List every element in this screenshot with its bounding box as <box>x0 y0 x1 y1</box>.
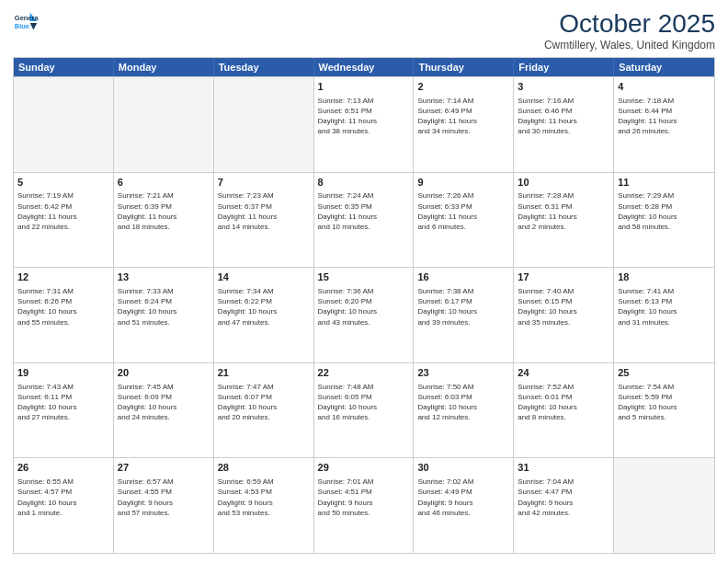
calendar-day-3: 3Sunrise: 7:16 AM Sunset: 6:46 PM Daylig… <box>514 77 614 172</box>
day-number: 15 <box>318 270 410 284</box>
day-number: 8 <box>318 176 410 190</box>
calendar-day-27: 27Sunrise: 6:57 AM Sunset: 4:55 PM Dayli… <box>114 458 214 553</box>
day-number: 2 <box>417 80 509 94</box>
calendar-header: SundayMondayTuesdayWednesdayThursdayFrid… <box>14 58 714 76</box>
day-number: 20 <box>118 366 210 380</box>
day-info: Sunrise: 7:52 AM Sunset: 6:01 PM Dayligh… <box>518 382 609 423</box>
calendar-week-5: 26Sunrise: 6:55 AM Sunset: 4:57 PM Dayli… <box>14 457 714 553</box>
calendar-day-13: 13Sunrise: 7:33 AM Sunset: 6:24 PM Dayli… <box>114 268 214 362</box>
day-info: Sunrise: 7:28 AM Sunset: 6:31 PM Dayligh… <box>518 190 609 232</box>
day-info: Sunrise: 7:45 AM Sunset: 6:09 PM Dayligh… <box>118 382 210 423</box>
day-info: Sunrise: 6:55 AM Sunset: 4:57 PM Dayligh… <box>17 477 109 518</box>
day-info: Sunrise: 6:59 AM Sunset: 4:53 PM Dayligh… <box>218 477 310 518</box>
calendar-day-2: 2Sunrise: 7:14 AM Sunset: 6:49 PM Daylig… <box>414 77 514 172</box>
day-number: 1 <box>318 80 410 94</box>
day-number: 14 <box>218 270 310 284</box>
day-of-week-friday: Friday <box>514 58 614 76</box>
location-subtitle: Cwmtillery, Wales, United Kingdom <box>544 39 715 52</box>
day-number: 27 <box>118 461 210 475</box>
calendar-week-3: 12Sunrise: 7:31 AM Sunset: 6:26 PM Dayli… <box>14 267 714 362</box>
day-number: 21 <box>218 366 310 380</box>
calendar-empty-cell <box>614 458 714 553</box>
calendar-day-1: 1Sunrise: 7:13 AM Sunset: 6:51 PM Daylig… <box>314 77 415 172</box>
calendar-day-12: 12Sunrise: 7:31 AM Sunset: 6:26 PM Dayli… <box>14 268 114 362</box>
calendar-day-20: 20Sunrise: 7:45 AM Sunset: 6:09 PM Dayli… <box>114 363 214 458</box>
calendar-day-23: 23Sunrise: 7:50 AM Sunset: 6:03 PM Dayli… <box>414 363 514 458</box>
day-number: 5 <box>17 176 109 190</box>
calendar-day-28: 28Sunrise: 6:59 AM Sunset: 4:53 PM Dayli… <box>214 458 314 553</box>
day-info: Sunrise: 7:36 AM Sunset: 6:20 PM Dayligh… <box>318 286 410 327</box>
day-number: 28 <box>218 461 310 475</box>
calendar-day-14: 14Sunrise: 7:34 AM Sunset: 6:22 PM Dayli… <box>214 268 314 362</box>
calendar-day-5: 5Sunrise: 7:19 AM Sunset: 6:42 PM Daylig… <box>14 173 114 268</box>
day-number: 18 <box>618 270 711 284</box>
day-of-week-tuesday: Tuesday <box>214 58 314 76</box>
day-info: Sunrise: 7:02 AM Sunset: 4:49 PM Dayligh… <box>417 477 509 518</box>
day-number: 12 <box>17 270 109 284</box>
day-info: Sunrise: 7:18 AM Sunset: 6:44 PM Dayligh… <box>618 96 711 137</box>
day-info: Sunrise: 7:29 AM Sunset: 6:28 PM Dayligh… <box>618 190 711 232</box>
day-number: 29 <box>318 461 410 475</box>
calendar-day-15: 15Sunrise: 7:36 AM Sunset: 6:20 PM Dayli… <box>314 268 415 362</box>
day-number: 16 <box>417 270 509 284</box>
calendar-day-16: 16Sunrise: 7:38 AM Sunset: 6:17 PM Dayli… <box>414 268 514 362</box>
calendar-day-18: 18Sunrise: 7:41 AM Sunset: 6:13 PM Dayli… <box>614 268 714 362</box>
day-info: Sunrise: 7:24 AM Sunset: 6:35 PM Dayligh… <box>318 190 410 232</box>
logo-icon: General Blue <box>13 9 39 35</box>
day-info: Sunrise: 7:34 AM Sunset: 6:22 PM Dayligh… <box>218 286 310 327</box>
day-info: Sunrise: 7:01 AM Sunset: 4:51 PM Dayligh… <box>318 477 410 518</box>
day-of-week-wednesday: Wednesday <box>314 58 415 76</box>
day-of-week-saturday: Saturday <box>614 58 714 76</box>
day-number: 11 <box>618 176 711 190</box>
day-info: Sunrise: 7:21 AM Sunset: 6:39 PM Dayligh… <box>118 190 210 232</box>
calendar-day-4: 4Sunrise: 7:18 AM Sunset: 6:44 PM Daylig… <box>614 77 714 172</box>
day-of-week-thursday: Thursday <box>414 58 514 76</box>
day-number: 10 <box>518 176 609 190</box>
day-of-week-monday: Monday <box>114 58 214 76</box>
day-info: Sunrise: 7:38 AM Sunset: 6:17 PM Dayligh… <box>417 286 509 327</box>
logo: General Blue <box>13 9 39 35</box>
day-info: Sunrise: 7:47 AM Sunset: 6:07 PM Dayligh… <box>218 382 310 423</box>
calendar-day-24: 24Sunrise: 7:52 AM Sunset: 6:01 PM Dayli… <box>514 363 614 458</box>
calendar-day-31: 31Sunrise: 7:04 AM Sunset: 4:47 PM Dayli… <box>514 458 614 553</box>
calendar-day-30: 30Sunrise: 7:02 AM Sunset: 4:49 PM Dayli… <box>414 458 514 553</box>
day-info: Sunrise: 7:14 AM Sunset: 6:49 PM Dayligh… <box>417 96 509 137</box>
day-number: 25 <box>618 366 711 380</box>
day-number: 6 <box>118 176 210 190</box>
day-number: 7 <box>218 176 310 190</box>
month-title: October 2025 <box>544 9 715 39</box>
day-info: Sunrise: 6:57 AM Sunset: 4:55 PM Dayligh… <box>118 477 210 518</box>
calendar-body: 1Sunrise: 7:13 AM Sunset: 6:51 PM Daylig… <box>14 76 714 553</box>
calendar-week-1: 1Sunrise: 7:13 AM Sunset: 6:51 PM Daylig… <box>14 76 714 172</box>
page-header: General Blue October 2025 Cwmtillery, Wa… <box>13 9 715 52</box>
day-info: Sunrise: 7:43 AM Sunset: 6:11 PM Dayligh… <box>17 382 109 423</box>
day-info: Sunrise: 7:16 AM Sunset: 6:46 PM Dayligh… <box>518 96 609 137</box>
day-number: 26 <box>17 461 109 475</box>
day-number: 24 <box>518 366 609 380</box>
day-info: Sunrise: 7:33 AM Sunset: 6:24 PM Dayligh… <box>118 286 210 327</box>
day-info: Sunrise: 7:41 AM Sunset: 6:13 PM Dayligh… <box>618 286 711 327</box>
calendar-day-26: 26Sunrise: 6:55 AM Sunset: 4:57 PM Dayli… <box>14 458 114 553</box>
day-info: Sunrise: 7:26 AM Sunset: 6:33 PM Dayligh… <box>417 190 509 232</box>
day-number: 31 <box>518 461 609 475</box>
calendar-empty-cell <box>114 77 214 172</box>
calendar-day-11: 11Sunrise: 7:29 AM Sunset: 6:28 PM Dayli… <box>614 173 714 268</box>
calendar-page: General Blue October 2025 Cwmtillery, Wa… <box>0 0 728 563</box>
svg-text:General: General <box>15 14 39 22</box>
calendar-day-10: 10Sunrise: 7:28 AM Sunset: 6:31 PM Dayli… <box>514 173 614 268</box>
day-info: Sunrise: 7:40 AM Sunset: 6:15 PM Dayligh… <box>518 286 609 327</box>
calendar-day-19: 19Sunrise: 7:43 AM Sunset: 6:11 PM Dayli… <box>14 363 114 458</box>
calendar-week-4: 19Sunrise: 7:43 AM Sunset: 6:11 PM Dayli… <box>14 362 714 458</box>
calendar-day-7: 7Sunrise: 7:23 AM Sunset: 6:37 PM Daylig… <box>214 173 314 268</box>
day-number: 3 <box>518 80 609 94</box>
calendar-day-9: 9Sunrise: 7:26 AM Sunset: 6:33 PM Daylig… <box>414 173 514 268</box>
day-info: Sunrise: 7:48 AM Sunset: 6:05 PM Dayligh… <box>318 382 410 423</box>
calendar-day-25: 25Sunrise: 7:54 AM Sunset: 5:59 PM Dayli… <box>614 363 714 458</box>
day-info: Sunrise: 7:54 AM Sunset: 5:59 PM Dayligh… <box>618 382 711 423</box>
day-number: 23 <box>417 366 509 380</box>
calendar-day-8: 8Sunrise: 7:24 AM Sunset: 6:35 PM Daylig… <box>314 173 415 268</box>
day-info: Sunrise: 7:19 AM Sunset: 6:42 PM Dayligh… <box>17 190 109 232</box>
day-info: Sunrise: 7:13 AM Sunset: 6:51 PM Dayligh… <box>318 96 410 137</box>
day-number: 30 <box>417 461 509 475</box>
title-block: October 2025 Cwmtillery, Wales, United K… <box>544 9 715 52</box>
